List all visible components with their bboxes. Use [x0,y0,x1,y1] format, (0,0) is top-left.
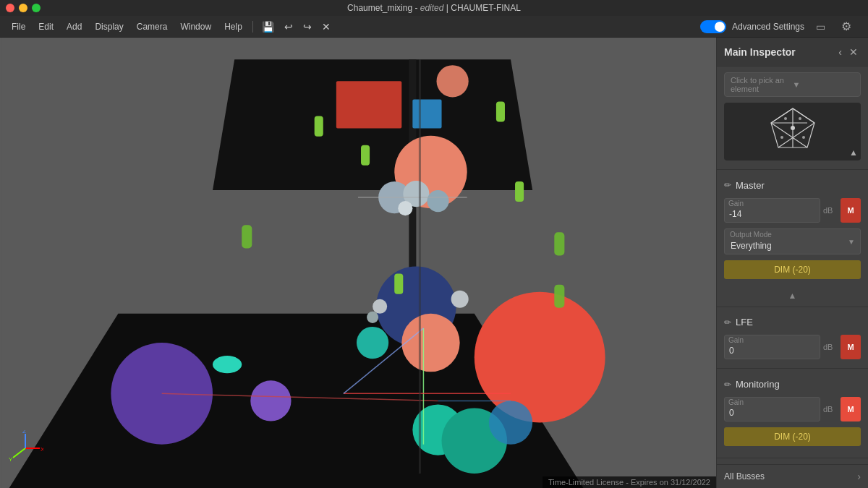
inspector-prev-button[interactable]: ‹ [835,45,845,59]
svg-rect-36 [554,232,564,255]
element-picker-label: Click to pick an element [731,76,793,93]
close-x-button[interactable]: ✕ [318,18,335,35]
menu-divider [252,21,253,33]
advanced-toggle-switch[interactable] [700,20,726,33]
all-busses-row[interactable]: All Busses › [717,464,868,488]
master-section-header[interactable]: ✏ Master [717,176,868,195]
status-bar: Time-Limited License - Expires on 31/12/… [542,476,716,488]
svg-point-10 [427,190,448,212]
master-dim-button[interactable]: DIM (-20) [724,260,861,279]
pencil-monitoring-icon: ✏ [724,380,731,390]
svg-point-11 [398,201,412,215]
lfe-mute-button[interactable]: M [841,335,861,359]
menu-window[interactable]: Window [174,19,217,35]
menu-add[interactable]: Add [61,19,88,35]
menu-edit[interactable]: Edit [33,19,59,35]
svg-rect-5 [412,99,441,128]
menu-bar: File Edit Add Display Camera Window Help… [0,16,868,38]
svg-point-19 [475,292,605,423]
svg-point-18 [451,291,469,308]
svg-line-49 [778,123,814,147]
title-bar: Chaumet_mixing - edited | CHAUMET-FINAL [0,0,868,16]
polyhedron-svg [764,103,822,160]
svg-rect-38 [394,274,403,294]
monitoring-mute-button[interactable]: M [841,397,861,421]
lfe-gain-row: Gain dB M [717,332,868,362]
svg-point-53 [791,126,795,130]
svg-point-57 [802,136,805,139]
lfe-gain-label: Gain [728,336,744,344]
monitoring-section: ✏ Monitoring Gain dB M DIM (-20) [717,374,868,452]
monitoring-dim-button[interactable]: DIM (-20) [724,427,861,446]
monitoring-gain-unit: dB [823,405,838,414]
svg-rect-34 [515,181,524,202]
svg-point-17 [367,312,378,323]
lfe-section-header[interactable]: ✏ LFE [717,312,868,332]
svg-line-48 [771,123,807,147]
master-output-mode-select[interactable]: Everything [724,228,861,254]
minimize-button[interactable] [19,4,27,12]
settings-gear-button[interactable]: ⚙ [836,19,856,35]
menu-camera[interactable]: Camera [131,19,174,35]
save-button[interactable]: 💾 [258,18,278,35]
monitoring-gain-field: Gain [724,397,820,421]
svg-point-14 [357,327,388,359]
scene-canvas [0,38,716,488]
main-layout: X Y Z Time-Limited License - Expires on … [0,38,868,488]
master-collapse-arrow[interactable]: ▲ [717,288,868,304]
redo-button[interactable]: ↪ [299,18,316,35]
monitoring-gain-label: Gain [728,398,744,406]
polyhedron-collapse-button[interactable]: ▲ [849,147,858,158]
pencil-lfe-icon: ✏ [724,317,731,328]
svg-rect-33 [496,101,505,121]
pencil-icon: ✏ [724,180,731,190]
svg-line-51 [771,108,793,123]
menu-file[interactable]: File [6,19,31,35]
undo-button[interactable]: ↩ [280,18,297,35]
master-gain-unit: dB [823,206,838,215]
svg-point-24 [489,401,532,444]
menu-display[interactable]: Display [89,19,129,35]
monitoring-gain-row: Gain dB M [717,394,868,424]
separator-4 [717,458,868,458]
master-gain-field: Gain [724,198,820,223]
svg-point-25 [213,356,242,373]
svg-line-52 [793,108,814,123]
svg-rect-31 [315,116,323,137]
master-gain-label: Gain [728,200,744,207]
svg-rect-37 [554,285,564,308]
viewport[interactable]: X Y Z Time-Limited License - Expires on … [0,38,716,488]
inspector-title: Main Inspector [724,46,796,58]
panel-toggle-button[interactable]: ▭ [810,19,830,35]
inspector-header: Main Inspector ‹ ✕ [717,38,868,67]
advanced-settings-label: Advanced Settings [732,22,804,32]
all-busses-arrow-icon: › [857,471,861,482]
svg-point-16 [373,299,387,314]
svg-rect-32 [361,145,370,166]
svg-line-42 [13,448,25,458]
master-section: ✏ Master Gain dB M Output Mode Everythin… [717,176,868,285]
svg-text:Y: Y [9,456,13,463]
lfe-gain-field: Gain [724,335,820,359]
svg-point-7 [437,65,469,97]
monitoring-section-header[interactable]: ✏ Monitoring [717,374,868,394]
svg-rect-4 [336,81,401,128]
lfe-section: ✏ LFE Gain dB M [717,312,868,362]
svg-text:X: X [41,446,43,453]
master-mute-button[interactable]: M [841,198,861,223]
monitoring-label: Monitoring [736,379,780,390]
advanced-settings-toggle: Advanced Settings ▭ ⚙ [700,19,856,35]
svg-point-21 [250,380,291,421]
status-text: Time-Limited License - Expires on 31/12/… [548,478,710,487]
inspector-panel: Main Inspector ‹ ✕ Click to pick an elem… [716,38,868,488]
svg-point-54 [784,117,787,120]
separator-3 [717,368,868,369]
close-button[interactable] [6,4,14,12]
inspector-close-button[interactable]: ✕ [846,45,861,59]
maximize-button[interactable] [32,4,41,12]
menu-help[interactable]: Help [218,19,248,35]
lfe-label: LFE [736,317,753,328]
element-picker[interactable]: Click to pick an element ▼ [724,72,861,97]
traffic-lights [6,4,41,12]
master-output-mode-field: Output Mode Everything ▼ [724,228,861,254]
